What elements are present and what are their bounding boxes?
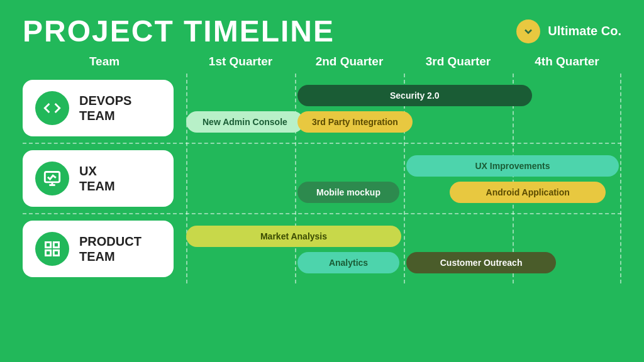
ux-improvements-bar: UX Improvements xyxy=(406,155,619,177)
devops-timeline: Security 2.0 New Admin Console 3rd Party… xyxy=(186,80,621,136)
page-title: PROJECT TIMELINE xyxy=(23,14,335,48)
devops-icon-circle xyxy=(35,91,69,125)
svg-rect-5 xyxy=(46,250,51,255)
svg-rect-6 xyxy=(53,250,58,255)
code-icon xyxy=(43,99,61,117)
ux-icon-circle xyxy=(35,162,69,195)
column-headers: Team 1st Quarter 2nd Quarter 3rd Quarter… xyxy=(0,55,644,69)
market-analysis-bar: Market Analysis xyxy=(186,226,401,247)
product-row: PRODUCTTEAM Market Analysis Analytics Cu… xyxy=(0,214,644,283)
svg-rect-3 xyxy=(46,243,51,248)
col-q4: 4th Quarter xyxy=(513,55,621,69)
timeline-body: DEVOPSTEAM Security 2.0 New Admin Consol… xyxy=(0,74,644,283)
ux-team-name: UXTEAM xyxy=(79,163,115,194)
devops-team-name: DEVOPSTEAM xyxy=(79,93,131,123)
new-admin-console-bar: New Admin Console xyxy=(186,111,304,133)
col-team: Team xyxy=(23,55,186,69)
company-badge: Ultimate Co. xyxy=(516,19,621,43)
product-team-card: PRODUCTTEAM xyxy=(23,221,174,277)
header: PROJECT TIMELINE Ultimate Co. xyxy=(0,0,644,55)
monitor-icon xyxy=(43,170,61,187)
devops-team-card: DEVOPSTEAM xyxy=(23,80,174,136)
product-icon-circle xyxy=(35,232,69,266)
ux-row: UXTEAM UX Improvements Mobile mockup And… xyxy=(0,144,644,213)
col-q3: 3rd Quarter xyxy=(404,55,513,69)
ux-timeline: UX Improvements Mobile mockup Android Ap… xyxy=(186,150,621,207)
col-q2: 2nd Quarter xyxy=(295,55,404,69)
company-icon xyxy=(516,19,540,43)
security-bar: Security 2.0 xyxy=(297,85,532,106)
analytics-bar: Analytics xyxy=(297,252,399,273)
android-application-bar: Android Application xyxy=(450,182,606,203)
product-timeline: Market Analysis Analytics Customer Outre… xyxy=(186,221,621,277)
3rd-party-bar: 3rd Party Integration xyxy=(297,111,413,133)
page-background: PROJECT TIMELINE Ultimate Co. Team 1st Q… xyxy=(0,0,644,362)
devops-row: DEVOPSTEAM Security 2.0 New Admin Consol… xyxy=(0,74,644,143)
mobile-mockup-bar: Mobile mockup xyxy=(297,182,399,203)
col-q1: 1st Quarter xyxy=(186,55,295,69)
grid-icon xyxy=(43,240,61,258)
company-name: Ultimate Co. xyxy=(548,24,621,38)
product-team-name: PRODUCTTEAM xyxy=(79,234,142,264)
customer-outreach-bar: Customer Outreach xyxy=(406,252,556,273)
svg-rect-4 xyxy=(53,243,58,248)
ux-team-card: UXTEAM xyxy=(23,150,174,207)
